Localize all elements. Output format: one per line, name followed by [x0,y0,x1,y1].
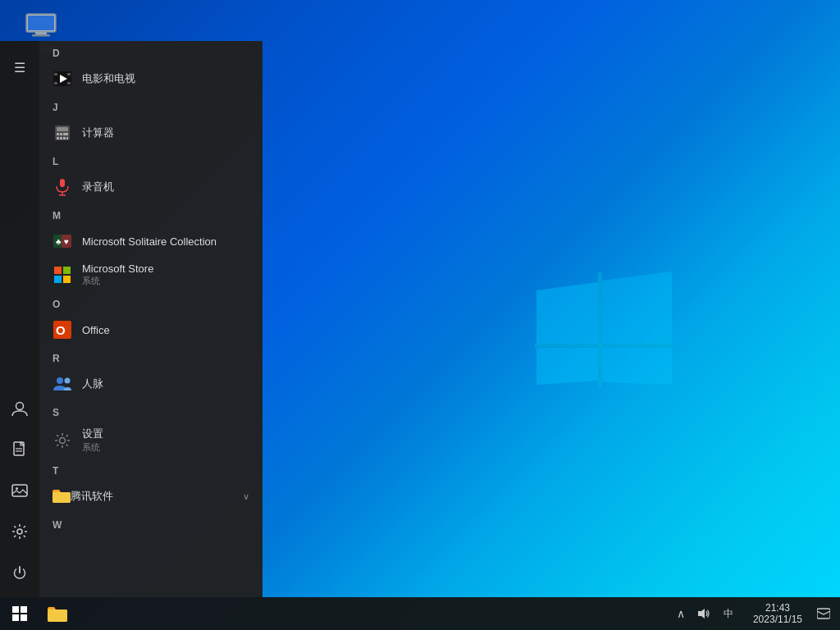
notification-button[interactable] [810,597,837,630]
section-header-l: L [39,149,262,171]
store-icon [52,265,72,285]
file-explorer-icon [48,605,67,622]
sidebar-item-user[interactable] [0,390,39,430]
people-name: 人脉 [82,377,103,391]
app-item-settings[interactable]: 设置 系统 [39,422,262,459]
hamburger-button[interactable]: ☰ [0,48,39,87]
svg-rect-15 [54,82,57,84]
sidebar-bottom [0,390,39,597]
taskbar: ∧ 中 21:43 2023/11/15 [0,597,840,630]
start-menu-sidebar: ☰ [0,41,39,597]
desktop: 此电脑 ☰ [0,0,840,630]
svg-rect-35 [54,267,62,274]
calculator-name: 计算器 [82,126,114,140]
settings-app-icon [52,431,72,450]
folder-icon [52,488,71,505]
file-explorer-button[interactable] [39,597,75,630]
sidebar-top: ☰ [0,41,39,87]
svg-rect-26 [63,137,66,139]
start-button[interactable] [0,597,39,630]
section-header-m: M [39,203,262,225]
app-item-people[interactable]: 人脉 [39,368,262,400]
svg-rect-14 [54,73,57,75]
movies-icon [52,69,72,89]
store-name: Microsoft Store [82,262,153,275]
svg-rect-37 [54,276,62,283]
taskbar-right: ∧ 中 21:43 2023/11/15 [666,597,840,630]
document-icon [11,441,28,462]
clock-area[interactable]: 21:43 2023/11/15 [746,597,809,630]
svg-rect-38 [63,276,71,283]
solitaire-name: Microsoft Solitaire Collection [82,235,217,248]
office-icon: O [52,320,72,340]
chevron-icon: ∧ [677,607,685,620]
app-item-solitaire[interactable]: ♣ ♥ Microsoft Solitaire Collection [39,225,262,258]
app-item-movies[interactable]: 电影和电视 [39,62,262,95]
svg-rect-45 [12,606,19,613]
sidebar-item-pictures[interactable] [0,472,39,512]
svg-rect-16 [67,73,71,75]
svg-point-42 [65,378,71,384]
clock-date: 2023/11/15 [753,614,802,625]
app-item-calculator[interactable]: 计算器 [39,116,262,149]
svg-rect-5 [32,34,50,37]
svg-rect-28 [60,179,65,187]
app-item-tencent[interactable]: 腾讯软件 ∨ [39,480,262,513]
tray-chevron[interactable]: ∧ [669,597,692,630]
settings-sub: 系统 [82,441,103,454]
hamburger-icon: ☰ [14,60,25,75]
sidebar-item-document[interactable] [0,431,39,471]
windows-logo-desktop [528,241,676,389]
solitaire-icon: ♣ ♥ [52,231,72,251]
svg-rect-4 [35,32,47,34]
svg-text:O: O [56,323,66,337]
svg-rect-25 [60,137,62,139]
expand-icon: ∨ [243,491,249,502]
clock-time: 21:43 [765,602,790,614]
svg-rect-48 [21,614,27,621]
svg-rect-21 [57,133,59,135]
section-header-o: O [39,292,262,313]
svg-rect-51 [817,609,830,619]
user-icon [11,399,29,422]
tray-language[interactable]: 中 [715,597,742,630]
settings-app-name: 设置 [82,427,103,441]
recorder-icon [52,177,72,197]
app-item-recorder[interactable]: 录音机 [39,171,262,203]
svg-rect-3 [28,16,54,30]
start-menu-app-list[interactable]: D 电影和电视 J [39,41,262,597]
section-header-j: J [39,95,262,116]
sidebar-item-settings[interactable] [0,514,39,553]
pictures-icon [11,482,28,503]
people-icon [52,374,72,394]
app-item-store[interactable]: Microsoft Store 系统 [39,258,262,292]
svg-rect-49 [48,609,67,622]
svg-point-11 [16,487,18,490]
tray-area: ∧ 中 [666,597,745,630]
movies-name: 电影和电视 [82,71,135,86]
section-header-t: T [39,459,262,480]
app-item-office[interactable]: O Office [39,313,262,346]
tencent-name: 腾讯软件 [71,489,113,504]
start-windows-icon [12,606,27,621]
section-header-s: S [39,400,262,422]
section-header-w: W [39,513,262,534]
svg-text:♥: ♥ [64,237,69,246]
svg-point-6 [16,402,24,409]
thispc-icon [24,12,58,39]
svg-point-41 [57,377,63,384]
recorder-name: 录音机 [82,180,114,194]
sidebar-item-power[interactable] [0,555,39,594]
svg-rect-23 [63,133,68,135]
store-info: Microsoft Store 系统 [82,262,153,287]
section-header-r: R [39,346,262,368]
language-label: 中 [724,607,733,621]
svg-rect-20 [57,127,68,131]
settings-icon [11,523,28,544]
svg-rect-24 [57,137,59,139]
svg-marker-50 [698,609,705,619]
svg-rect-46 [21,606,27,613]
tray-speaker[interactable] [692,597,715,630]
svg-rect-27 [66,137,68,139]
settings-info: 设置 系统 [82,427,103,454]
